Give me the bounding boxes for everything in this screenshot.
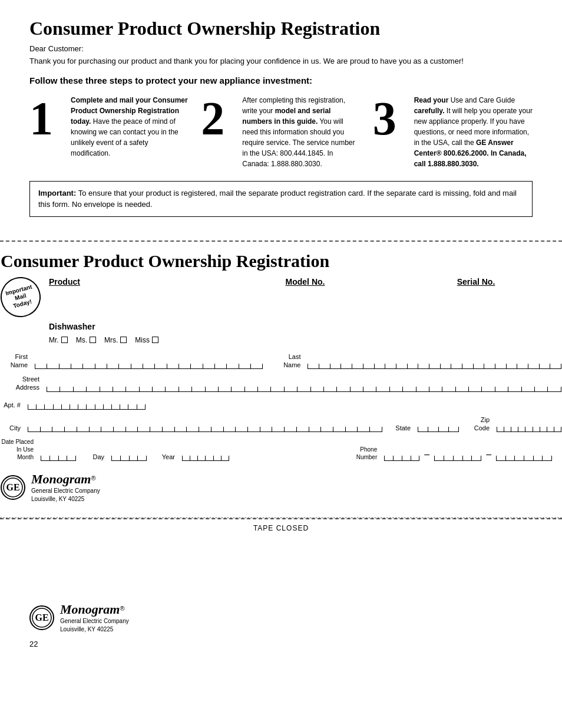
ge-logo-circle: GE	[1, 475, 25, 500]
salutation-row: Mr. Ms. Mrs. Miss	[49, 336, 561, 344]
follow-steps-heading: Follow these three steps to protect your…	[29, 75, 533, 85]
monogram-brand: Monogram® General Electric Company Louis…	[31, 472, 100, 503]
apt-label: Apt. #	[1, 401, 23, 409]
bottom-company-name: General Electric Company	[60, 617, 129, 625]
phone-number-field[interactable]	[496, 449, 552, 461]
city-label: City	[1, 424, 23, 432]
phone-label: PhoneNumber	[352, 446, 379, 461]
zip-field[interactable]	[497, 420, 561, 432]
col-model-header: Model No.	[220, 277, 391, 286]
blank-space	[29, 555, 533, 602]
reg-form-title: Consumer Product Ownership Registration	[1, 251, 561, 271]
first-name-label: FirstName	[1, 353, 30, 370]
last-name-field[interactable]	[308, 357, 561, 369]
bottom-monogram-text: Monogram	[60, 602, 120, 617]
step-3-number: 3	[373, 95, 408, 142]
phone-dash-2: –	[486, 449, 491, 460]
step-2: 2 After completing this registration, wr…	[201, 95, 361, 169]
month-field[interactable]	[41, 449, 76, 461]
step-1-text: Complete and mail your Consumer Product …	[71, 95, 189, 159]
year-field[interactable]	[182, 449, 229, 461]
day-label: Day	[84, 453, 107, 461]
street-row: StreetAddress	[1, 375, 561, 392]
col-serial-header: Serial No.	[391, 277, 561, 286]
city-field[interactable]	[28, 420, 382, 432]
step-3: 3 Read your Use and Care Guide carefully…	[373, 95, 533, 169]
col-product-header: Product	[49, 277, 220, 286]
phone-dash-1: –	[424, 449, 429, 460]
bottom-company-address: Louisville, KY 40225	[60, 625, 129, 634]
page-top: Consumer Product Ownership Registration …	[0, 0, 562, 241]
street-field[interactable]	[47, 380, 561, 392]
bottom-area: GE Monogram® General Electric Company Lo…	[0, 537, 562, 660]
salutation-mr: Mr.	[49, 336, 68, 344]
tape-closed-label: TAPE CLOSED	[0, 519, 562, 537]
step-3-text: Read your Use and Care Guide carefully. …	[414, 95, 533, 169]
city-row: City State	[1, 416, 561, 433]
svg-text:GE: GE	[35, 612, 48, 622]
reg-column-headers: ImportantMailToday! Product Model No. Se…	[1, 277, 561, 317]
monogram-text: Monogram	[31, 472, 91, 486]
page-number: 22	[29, 640, 533, 648]
step-1-number: 1	[29, 95, 65, 142]
important-stamp: ImportantMailToday!	[0, 272, 45, 321]
bottom-logo-section: GE Monogram® General Electric Company Lo…	[29, 602, 533, 634]
apt-row: Apt. #	[1, 398, 561, 410]
important-note: Important: To ensure that your product i…	[29, 181, 533, 217]
name-row: FirstName LastName	[1, 353, 561, 370]
phone-area-field[interactable]	[384, 449, 419, 461]
last-name-label: LastName	[273, 353, 303, 370]
year-label: Year	[155, 453, 177, 461]
form-logo-section: GE Monogram® General Electric Company Lo…	[1, 472, 561, 503]
step-2-number: 2	[201, 95, 236, 142]
zip-label: ZipCode	[467, 416, 492, 433]
day-field[interactable]	[111, 449, 147, 461]
step-2-text: After completing this registration, writ…	[242, 95, 361, 169]
first-name-field[interactable]	[35, 357, 263, 369]
steps-row: 1 Complete and mail your Consumer Produc…	[29, 95, 533, 169]
salutation-ms: Ms.	[76, 336, 96, 344]
state-label: State	[391, 424, 413, 432]
date-label: Date PlacedIn UseMonth	[1, 438, 36, 461]
company-name: General Electric Company	[31, 487, 100, 495]
street-label: StreetAddress	[1, 375, 42, 392]
thank-you-text: Thank you for purchasing our product and…	[29, 55, 533, 67]
company-address: Louisville, KY 40225	[31, 495, 100, 503]
bottom-monogram-brand: Monogram® General Electric Company Louis…	[60, 602, 129, 634]
phone-prefix-field[interactable]	[434, 449, 481, 461]
date-phone-row: Date PlacedIn UseMonth Day Year	[1, 438, 561, 461]
salutation-mrs: Mrs.	[104, 336, 127, 344]
main-title: Consumer Product Ownership Registration	[29, 18, 533, 39]
svg-text:GE: GE	[6, 482, 19, 492]
bottom-ge-logo: GE	[29, 605, 54, 630]
apt-field[interactable]	[28, 398, 146, 410]
step-1: 1 Complete and mail your Consumer Produc…	[29, 95, 189, 169]
salutation-miss: Miss	[135, 336, 158, 344]
registration-form-section: Consumer Product Ownership Registration …	[0, 242, 562, 519]
product-type-label: Dishwasher	[49, 322, 561, 331]
state-field[interactable]	[418, 420, 459, 432]
dear-customer: Dear Customer:	[29, 44, 533, 53]
